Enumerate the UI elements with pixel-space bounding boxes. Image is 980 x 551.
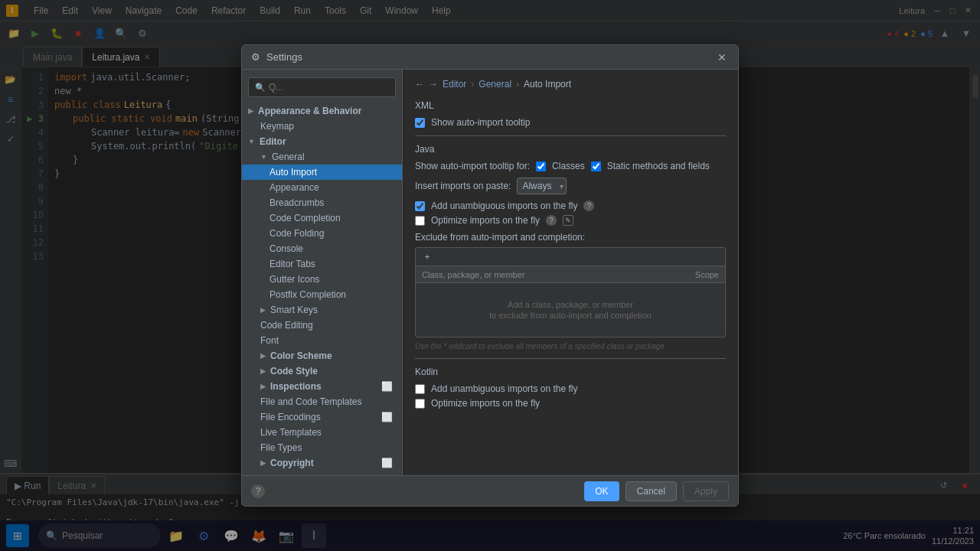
dialog-help-icon[interactable]: ? — [251, 484, 265, 498]
exclusion-body: Add a class, package, or member to exclu… — [416, 283, 725, 337]
java-show-tooltip-row: Show auto-import tooltip for: Classes St… — [415, 161, 726, 171]
settings-search-input[interactable] — [269, 82, 389, 93]
tree-label: Appearance & Behavior — [258, 106, 361, 116]
tree-smart-keys[interactable]: ▶ Smart Keys — [242, 302, 402, 318]
optimize-edit-icon[interactable]: ✎ — [563, 215, 573, 226]
optimize-help-icon[interactable]: ? — [546, 215, 557, 226]
apply-button[interactable]: Apply — [683, 481, 729, 501]
breadcrumb-general[interactable]: General — [479, 79, 511, 90]
tree-label: Editor — [260, 136, 286, 147]
wildcard-hint: Use the * wildcard to exclude all member… — [415, 342, 726, 350]
separator-2 — [415, 358, 726, 359]
expand-arrow-icon: ▶ — [260, 352, 266, 360]
tree-label: Keymap — [260, 121, 294, 132]
breadcrumb-auto-import: Auto Import — [524, 79, 571, 90]
exclusion-col2-header: Scope — [673, 270, 719, 279]
tree-file-code-templates[interactable]: File and Code Templates — [242, 394, 402, 409]
tree-gutter-icons[interactable]: Gutter Icons — [242, 272, 402, 287]
tree-label: Smart Keys — [270, 305, 318, 315]
xml-show-tooltip-row: Show auto-import tooltip — [415, 117, 726, 128]
tree-file-types[interactable]: File Types — [242, 440, 402, 455]
tree-general[interactable]: ▼ General — [242, 149, 402, 165]
java-classes-label: Classes — [552, 161, 585, 171]
copyright-badge-icon: ⬜ — [381, 458, 393, 468]
java-unambiguous-checkbox[interactable] — [415, 201, 425, 211]
breadcrumb-forward[interactable]: → — [429, 79, 438, 90]
tree-breadcrumbs[interactable]: Breadcrumbs — [242, 195, 402, 210]
unambiguous-help-icon[interactable]: ? — [583, 201, 594, 211]
settings-tree: ▶ Appearance & Behavior Keymap ▼ Editor … — [242, 103, 402, 471]
separator-1 — [415, 135, 726, 136]
dialog-footer: ? OK Cancel Apply — [242, 475, 738, 506]
tree-label: Code Completion — [270, 213, 341, 223]
ok-button[interactable]: OK — [584, 481, 619, 501]
exclusion-toolbar: + — [416, 248, 725, 266]
cancel-button[interactable]: Cancel — [626, 481, 677, 501]
kotlin-optimize-label: Optimize imports on the fly — [431, 398, 540, 409]
dialog-title-bar: ⚙ Settings ✕ — [242, 45, 738, 70]
tree-label: Console — [270, 243, 303, 254]
tree-copyright[interactable]: ▶ Copyright ⬜ — [242, 455, 402, 471]
xml-show-tooltip-checkbox[interactable] — [415, 118, 425, 128]
breadcrumb-back[interactable]: ← — [415, 79, 424, 90]
breadcrumb-editor[interactable]: Editor — [443, 79, 466, 90]
java-section-title: Java — [415, 144, 726, 155]
tree-label: Code Folding — [270, 228, 324, 239]
java-classes-checkbox[interactable] — [536, 161, 546, 171]
tree-code-folding[interactable]: Code Folding — [242, 226, 402, 241]
expand-arrow-icon: ▶ — [260, 367, 266, 375]
kotlin-unambiguous-checkbox[interactable] — [415, 384, 425, 394]
java-insert-row: Insert imports on paste: Always Ask Neve… — [415, 178, 726, 194]
tree-editor-tabs[interactable]: Editor Tabs — [242, 256, 402, 272]
tree-console[interactable]: Console — [242, 241, 402, 256]
exclusion-col1-header: Class, package, or member — [422, 270, 673, 279]
java-static-checkbox[interactable] — [591, 161, 601, 171]
exclusion-hint2: to exclude from auto-import and completi… — [489, 311, 652, 320]
exclusion-add-button[interactable]: + — [420, 250, 434, 264]
settings-dialog: ⚙ Settings ✕ 🔍 ▶ Appearance & Behavior — [241, 44, 739, 507]
tree-code-style[interactable]: ▶ Code Style — [242, 364, 402, 379]
expand-arrow-icon: ▼ — [248, 138, 255, 145]
exclusion-table: + Class, package, or member Scope Add a … — [415, 247, 726, 337]
kotlin-unambiguous-label: Add unambiguous imports on the fly — [431, 383, 577, 394]
tree-label: Gutter Icons — [270, 274, 319, 285]
tree-font[interactable]: Font — [242, 333, 402, 348]
tree-code-completion[interactable]: Code Completion — [242, 210, 402, 226]
tree-postfix-completion[interactable]: Postfix Completion — [242, 287, 402, 302]
tree-color-scheme[interactable]: ▶ Color Scheme — [242, 348, 402, 364]
file-encodings-badge-icon: ⬜ — [381, 412, 393, 422]
insert-imports-select[interactable]: Always Ask Never — [517, 178, 567, 194]
kotlin-optimize-checkbox[interactable] — [415, 399, 425, 409]
tree-label: File Encodings — [260, 412, 321, 422]
tree-label: Copyright — [270, 458, 314, 468]
tree-label: Code Style — [270, 366, 318, 377]
tree-keymap[interactable]: Keymap — [242, 119, 402, 134]
tree-file-encodings[interactable]: File Encodings ⬜ — [242, 409, 402, 425]
tree-auto-import[interactable]: Auto Import — [242, 165, 402, 180]
java-static-label: Static methods and fields — [607, 161, 710, 171]
settings-search-box[interactable]: 🔍 — [248, 77, 396, 97]
tree-appearance-behavior[interactable]: ▶ Appearance & Behavior — [242, 103, 402, 119]
expand-arrow-icon: ▶ — [260, 383, 266, 390]
tree-live-templates[interactable]: Live Templates — [242, 425, 402, 440]
tree-label: Breadcrumbs — [270, 197, 324, 208]
tree-inspections[interactable]: ▶ Inspections ⬜ — [242, 379, 402, 394]
expand-arrow-icon: ▶ — [260, 459, 266, 467]
expand-arrow-icon: ▼ — [260, 153, 267, 161]
java-unambiguous-label: Add unambiguous imports on the fly — [431, 201, 577, 211]
expand-arrow-icon: ▶ — [248, 107, 253, 115]
java-optimize-row: Optimize imports on the fly ? ✎ — [415, 215, 726, 226]
xml-show-tooltip-label: Show auto-import tooltip — [431, 117, 530, 128]
exclusion-header: Class, package, or member Scope — [416, 266, 725, 283]
java-insert-label: Insert imports on paste: — [415, 181, 511, 191]
tree-editor[interactable]: ▼ Editor — [242, 134, 402, 149]
tree-label: Editor Tabs — [270, 259, 315, 269]
tree-label: File and Code Templates — [260, 396, 362, 407]
exclusion-section: Exclude from auto-import and completion:… — [415, 232, 726, 350]
tree-appearance[interactable]: Appearance — [242, 180, 402, 195]
xml-section-title: XML — [415, 100, 726, 111]
java-optimize-checkbox[interactable] — [415, 216, 425, 226]
tree-label: Appearance — [270, 182, 319, 193]
dialog-close-button[interactable]: ✕ — [715, 51, 729, 64]
tree-code-editing[interactable]: Code Editing — [242, 318, 402, 333]
